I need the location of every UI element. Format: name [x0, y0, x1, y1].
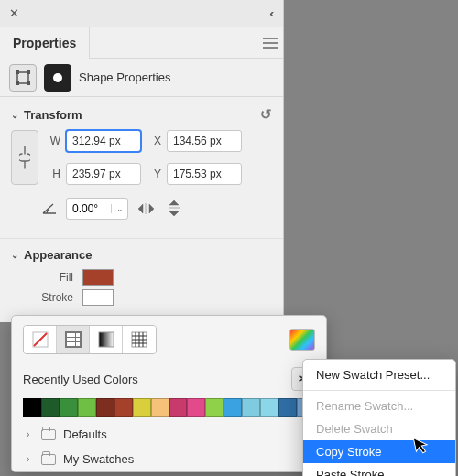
context-menu: New Swatch Preset...Rename Swatch...Dele… [302, 359, 456, 476]
menu-item[interactable]: Copy Stroke [303, 440, 455, 463]
x-field[interactable]: 134.56 px [167, 130, 242, 152]
chevron-right-icon: › [27, 429, 34, 439]
subheader-title: Shape Properties [79, 70, 170, 84]
flip-vertical-icon[interactable] [165, 201, 183, 216]
none-color-icon[interactable] [24, 326, 57, 353]
svg-rect-12 [67, 338, 71, 341]
recent-swatch[interactable] [133, 398, 151, 416]
recent-swatch[interactable] [278, 398, 297, 416]
panel-titlebar: ✕ ‹‹ [0, 0, 283, 27]
gradient-icon[interactable] [90, 326, 123, 353]
angle-field[interactable]: 0.00°⌄ [66, 198, 128, 220]
folder-icon [41, 454, 56, 465]
recent-swatch[interactable] [169, 398, 188, 416]
pattern-icon[interactable] [123, 326, 156, 353]
panel-tabs: Properties [0, 27, 283, 59]
svg-rect-3 [16, 81, 19, 85]
transform-heading: Transform [24, 108, 82, 122]
bounding-box-icon[interactable] [9, 64, 37, 92]
properties-panel: ✕ ‹‹ Properties Shape Properties ⌄ Trans… [0, 0, 284, 322]
tab-properties[interactable]: Properties [0, 27, 90, 59]
recent-swatch[interactable] [41, 398, 60, 416]
svg-rect-9 [67, 333, 71, 337]
svg-rect-11 [76, 333, 80, 337]
svg-rect-1 [16, 70, 19, 74]
svg-point-5 [53, 73, 62, 82]
recent-swatch[interactable] [78, 398, 96, 416]
transform-section: ⌄ Transform ↺ W 312.94 px X 134.56 px H … [0, 97, 283, 239]
svg-rect-4 [27, 81, 30, 85]
recent-swatch[interactable] [23, 398, 41, 416]
svg-rect-13 [71, 338, 75, 341]
folder-my-swatches[interactable]: › My Swatches [12, 447, 326, 471]
angle-icon [42, 203, 57, 214]
appearance-section: ⌄ Appearance Fill Stroke [0, 239, 283, 322]
recent-swatch[interactable] [60, 398, 78, 416]
stroke-label: Stroke [33, 291, 73, 304]
svg-rect-10 [71, 333, 75, 337]
y-field[interactable]: 175.53 px [167, 163, 242, 185]
subheader: Shape Properties [0, 59, 283, 97]
chevron-right-icon: › [27, 454, 34, 464]
menu-item[interactable]: New Swatch Preset... [303, 363, 455, 386]
recent-colors-label: Recently Used Colors [23, 373, 138, 386]
swatches-icon[interactable] [57, 326, 90, 353]
folder-label: My Swatches [63, 452, 134, 466]
menu-item[interactable]: Paste Stroke [303, 463, 455, 476]
folder-defaults[interactable]: › Defaults [12, 422, 326, 447]
link-dimensions-icon[interactable] [11, 130, 38, 185]
svg-rect-14 [76, 338, 80, 341]
y-label: Y [147, 168, 161, 180]
recent-swatch[interactable] [205, 398, 224, 416]
color-popup: Recently Used Colors ✲ › Defaults › My S… [11, 315, 327, 472]
svg-rect-16 [71, 342, 75, 346]
color-picker-icon[interactable] [289, 329, 315, 351]
collapse-icon[interactable]: ‹‹ [270, 6, 276, 20]
mask-icon[interactable] [44, 64, 71, 92]
fill-swatch[interactable] [82, 269, 114, 286]
recent-swatch[interactable] [96, 398, 114, 416]
recent-swatch[interactable] [224, 398, 242, 416]
height-label: H [46, 168, 60, 180]
chevron-down-icon[interactable]: ⌄ [111, 204, 127, 213]
width-label: W [46, 135, 60, 147]
menu-item: Rename Swatch... [303, 395, 455, 417]
height-field[interactable]: 235.97 px [66, 163, 141, 185]
width-field[interactable]: 312.94 px [66, 130, 141, 152]
recent-swatch[interactable] [242, 398, 260, 416]
appearance-heading: Appearance [24, 248, 92, 262]
close-icon[interactable]: ✕ [7, 7, 20, 20]
stroke-swatch[interactable] [82, 289, 114, 306]
panel-menu-icon[interactable] [257, 32, 283, 54]
svg-rect-15 [67, 342, 71, 346]
recent-swatch[interactable] [260, 398, 278, 416]
recent-swatch[interactable] [151, 398, 169, 416]
svg-rect-17 [76, 342, 80, 346]
menu-item: Delete Swatch [303, 417, 455, 440]
fill-label: Fill [33, 271, 73, 284]
recent-swatch[interactable] [187, 398, 205, 416]
flip-horizontal-icon[interactable] [137, 201, 156, 216]
recent-swatch[interactable] [114, 398, 133, 416]
svg-rect-2 [27, 70, 30, 74]
chevron-down-icon[interactable]: ⌄ [11, 110, 18, 120]
folder-label: Defaults [63, 427, 107, 441]
svg-rect-18 [99, 332, 114, 347]
reset-icon[interactable]: ↺ [260, 106, 272, 123]
folder-icon [41, 429, 56, 440]
chevron-down-icon[interactable]: ⌄ [11, 250, 18, 260]
color-mode-segmented [23, 325, 157, 354]
recent-swatches [12, 398, 326, 422]
x-label: X [147, 135, 161, 147]
